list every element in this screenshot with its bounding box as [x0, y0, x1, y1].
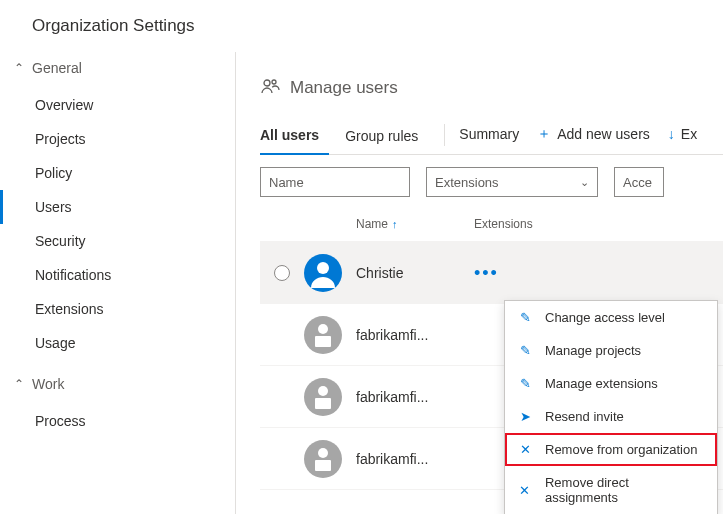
- sidebar-item-notifications[interactable]: Notifications: [0, 258, 235, 292]
- svg-point-3: [317, 262, 329, 274]
- svg-point-11: [318, 448, 328, 458]
- tab-row: All users Group rules Summary ＋ Add new …: [260, 121, 723, 155]
- add-new-users-button[interactable]: ＋ Add new users: [537, 125, 650, 151]
- svg-point-4: [304, 316, 342, 354]
- column-header-extensions[interactable]: Extensions: [474, 217, 723, 231]
- summary-button[interactable]: Summary: [459, 126, 519, 150]
- page-title: Organization Settings: [0, 0, 723, 52]
- menu-item-remove-from-organization[interactable]: ✕ Remove from organization: [505, 433, 717, 466]
- sidebar-item-policy[interactable]: Policy: [0, 156, 235, 190]
- menu-item-change-access-level[interactable]: ✎ Change access level: [505, 301, 717, 334]
- filter-row: Extensions ⌄ Acce: [260, 155, 723, 211]
- menu-item-resend-invite[interactable]: ➤ Resend invite: [505, 400, 717, 433]
- sort-ascending-icon: ↑: [392, 218, 398, 230]
- chevron-up-icon: ⌃: [14, 378, 24, 390]
- sidebar-item-usage[interactable]: Usage: [0, 326, 235, 360]
- svg-point-7: [304, 378, 342, 416]
- row-name: fabrikamfi...: [356, 451, 474, 467]
- sidebar-group-label: General: [32, 60, 82, 76]
- avatar: [304, 378, 356, 416]
- sidebar-item-security[interactable]: Security: [0, 224, 235, 258]
- send-icon: ➤: [517, 409, 533, 424]
- sidebar-item-users[interactable]: Users: [0, 190, 235, 224]
- menu-item-manage-projects[interactable]: ✎ Manage projects: [505, 334, 717, 367]
- sidebar-item-process[interactable]: Process: [0, 404, 235, 438]
- extensions-filter-select[interactable]: Extensions ⌄: [426, 167, 598, 197]
- menu-item-manage-extensions[interactable]: ✎ Manage extensions: [505, 367, 717, 400]
- svg-rect-6: [315, 336, 331, 347]
- svg-point-1: [272, 80, 276, 84]
- svg-rect-12: [315, 460, 331, 471]
- divider: [444, 124, 445, 146]
- menu-item-remove-direct-assignments[interactable]: ✕ Remove direct assignments: [505, 466, 717, 514]
- avatar: [304, 440, 356, 478]
- svg-point-0: [264, 80, 270, 86]
- svg-rect-9: [315, 398, 331, 409]
- sidebar-item-extensions[interactable]: Extensions: [0, 292, 235, 326]
- main-heading: Manage users: [260, 76, 723, 99]
- row-select-radio[interactable]: [274, 265, 290, 281]
- svg-point-5: [318, 324, 328, 334]
- table-row[interactable]: Christie •••: [260, 242, 723, 304]
- sidebar-group-general[interactable]: ⌃ General: [0, 54, 235, 84]
- sidebar: ⌃ General Overview Projects Policy Users…: [0, 52, 236, 514]
- sidebar-group-work[interactable]: ⌃ Work: [0, 370, 235, 400]
- x-icon: ✕: [517, 442, 533, 457]
- plus-icon: ＋: [537, 125, 551, 143]
- svg-point-10: [304, 440, 342, 478]
- row-name: Christie: [356, 265, 474, 281]
- users-icon: [260, 76, 280, 99]
- sidebar-item-projects[interactable]: Projects: [0, 122, 235, 156]
- pencil-icon: ✎: [517, 376, 533, 391]
- access-filter-select[interactable]: Acce: [614, 167, 664, 197]
- sidebar-group-label: Work: [32, 376, 64, 392]
- row-context-menu: ✎ Change access level ✎ Manage projects …: [504, 300, 718, 514]
- tab-all-users[interactable]: All users: [260, 121, 329, 155]
- grid-header: Name ↑ Extensions: [260, 211, 723, 242]
- name-filter-input[interactable]: [260, 167, 410, 197]
- chevron-down-icon: ⌄: [580, 176, 589, 189]
- svg-point-8: [318, 386, 328, 396]
- export-button[interactable]: ↓ Ex: [668, 126, 697, 150]
- row-name: fabrikamfi...: [356, 389, 474, 405]
- chevron-up-icon: ⌃: [14, 62, 24, 74]
- avatar: [304, 316, 356, 354]
- tab-group-rules[interactable]: Group rules: [345, 122, 428, 154]
- pencil-icon: ✎: [517, 310, 533, 325]
- column-header-name[interactable]: Name ↑: [356, 217, 474, 231]
- sidebar-item-overview[interactable]: Overview: [0, 88, 235, 122]
- avatar: [304, 254, 356, 292]
- pencil-icon: ✎: [517, 343, 533, 358]
- row-name: fabrikamfi...: [356, 327, 474, 343]
- row-actions-menu-button[interactable]: •••: [474, 257, 499, 283]
- main-heading-text: Manage users: [290, 78, 398, 98]
- x-icon: ✕: [517, 483, 533, 498]
- download-icon: ↓: [668, 126, 675, 142]
